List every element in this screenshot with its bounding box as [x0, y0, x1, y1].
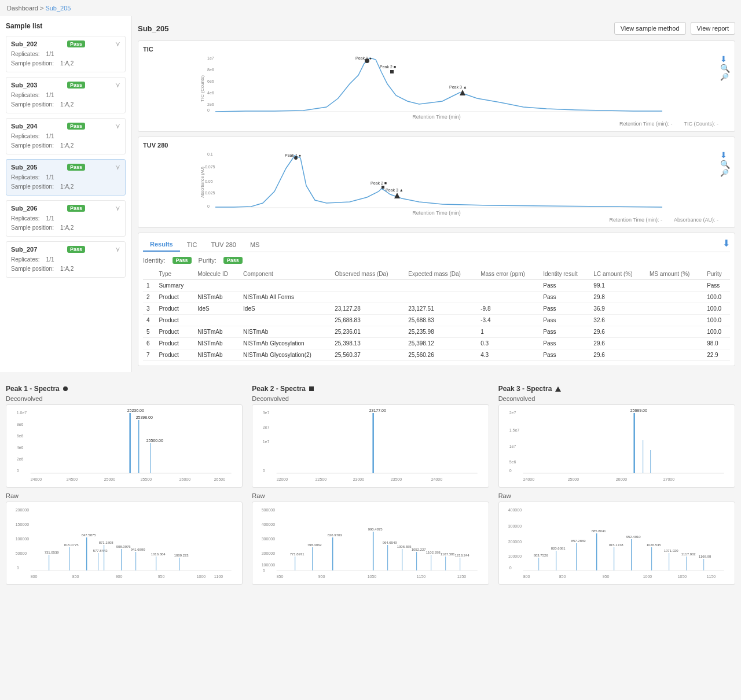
- tab-results[interactable]: Results: [143, 238, 180, 252]
- row-molecule: IdeS: [194, 303, 240, 315]
- row-type: Summary: [155, 280, 194, 292]
- svg-text:25689.00: 25689.00: [630, 408, 647, 412]
- row-error: [477, 280, 540, 292]
- zoom-out-icon[interactable]: 🔎: [720, 170, 730, 176]
- tab-tic[interactable]: TIC: [180, 238, 204, 252]
- svg-text:798.4962: 798.4962: [307, 543, 322, 547]
- view-report-button[interactable]: View report: [691, 22, 735, 35]
- svg-text:850: 850: [277, 574, 284, 579]
- svg-text:200000: 200000: [16, 508, 29, 512]
- svg-marker-35: [394, 193, 400, 198]
- svg-text:1150: 1150: [706, 574, 716, 579]
- status-badge: Pass: [67, 82, 85, 89]
- row-lc: 32.6: [590, 315, 646, 326]
- svg-text:1016.864: 1016.864: [151, 552, 166, 556]
- row-molecule: NISTmAb: [194, 349, 240, 361]
- svg-text:2e6: 2e6: [17, 457, 24, 461]
- svg-text:0.025: 0.025: [205, 191, 215, 195]
- svg-text:850: 850: [559, 574, 566, 579]
- svg-text:908.0976: 908.0976: [116, 545, 131, 548]
- svg-text:25000: 25000: [567, 477, 579, 481]
- tabs-row: Results TIC TUV 280 MS ⬇: [143, 238, 730, 252]
- svg-text:900: 900: [116, 574, 123, 579]
- tic-chart-section: TIC ⬇ 🔍 🔎 TIC (Counts) 1e7 8e6 6e6 4e6 2…: [138, 40, 735, 132]
- svg-text:950: 950: [158, 574, 165, 579]
- svg-text:1250: 1250: [457, 574, 467, 579]
- download-icon[interactable]: ⬇: [720, 55, 730, 63]
- row-molecule: [194, 280, 240, 292]
- svg-text:871.1808: 871.1808: [99, 541, 114, 544]
- sidebar-item-sub205[interactable]: Sub_205 Pass ⋎ Replicates: 1/1 Sample po…: [6, 159, 126, 196]
- svg-text:27000: 27000: [663, 477, 674, 481]
- svg-text:24000: 24000: [31, 477, 42, 481]
- row-component: NISTmAb: [240, 326, 331, 338]
- svg-text:500000: 500000: [262, 508, 275, 512]
- sample-meta: Replicates: 1/1 Sample position: 1:A,2: [11, 50, 120, 68]
- status-badge: Pass: [67, 40, 85, 47]
- sample-meta: Replicates: 1/1 Sample position: 1:A,2: [11, 173, 120, 191]
- zoom-in-icon[interactable]: 🔍: [720, 64, 730, 72]
- svg-text:Peak 2 ■: Peak 2 ■: [380, 65, 396, 69]
- row-ms: [646, 326, 703, 338]
- svg-text:950: 950: [318, 574, 325, 579]
- svg-text:964.6549: 964.6549: [383, 541, 398, 544]
- col-expected: Expected mass (Da): [405, 268, 477, 280]
- expand-icon[interactable]: ⋎: [115, 40, 120, 48]
- sidebar-item-sub203[interactable]: Sub_203 Pass ⋎ Replicates: 1/1 Sample po…: [6, 77, 126, 113]
- svg-text:26000: 26000: [179, 477, 191, 481]
- row-purity: 98.0: [703, 338, 730, 349]
- sample-name: Sub_207: [11, 246, 37, 253]
- tab-ms[interactable]: MS: [243, 238, 267, 252]
- expand-icon[interactable]: ⋎: [115, 122, 120, 130]
- svg-text:0.05: 0.05: [205, 179, 213, 183]
- row-observed: 25,236.01: [331, 326, 405, 338]
- col-ms: MS amount (%): [646, 268, 703, 280]
- row-type: Product: [155, 338, 194, 349]
- row-lc: 36.9: [590, 303, 646, 315]
- svg-text:885.8041: 885.8041: [591, 529, 606, 533]
- svg-text:25500: 25500: [141, 477, 152, 481]
- zoom-out-icon[interactable]: 🔎: [720, 73, 730, 80]
- zoom-in-icon[interactable]: 🔍: [720, 160, 730, 168]
- row-observed: [331, 292, 405, 303]
- peak2-deconv-label: Deconvolved: [252, 395, 489, 402]
- svg-text:200000: 200000: [262, 551, 275, 555]
- expand-icon[interactable]: ⋎: [115, 245, 120, 253]
- svg-text:2e7: 2e7: [509, 411, 516, 415]
- sidebar-item-sub202[interactable]: Sub_202 Pass ⋎ Replicates: 1/1 Sample po…: [6, 36, 126, 72]
- row-ms: [646, 338, 703, 349]
- svg-text:26500: 26500: [214, 477, 226, 481]
- expand-icon[interactable]: ⋎: [115, 204, 120, 212]
- sidebar-item-sub207[interactable]: Sub_207 Pass ⋎ Replicates: 1/1 Sample po…: [6, 241, 126, 278]
- row-num: 1: [143, 280, 155, 292]
- col-error: Mass error (ppm): [477, 268, 540, 280]
- sample-meta: Replicates: 1/1 Sample position: 1:A,2: [11, 255, 120, 274]
- breadcrumb-dashboard[interactable]: Dashboard: [7, 5, 38, 12]
- svg-text:25560.00: 25560.00: [146, 439, 163, 443]
- tab-download-icon[interactable]: ⬇: [722, 238, 730, 252]
- sidebar-item-sub206[interactable]: Sub_206 Pass ⋎ Replicates: 1/1 Sample po…: [6, 200, 126, 237]
- download-icon[interactable]: ⬇: [720, 151, 730, 159]
- spectra-row: Peak 1 - Spectra Deconvolved 1.0e7 8e6 6…: [6, 385, 735, 590]
- breadcrumb-current[interactable]: Sub_205: [45, 5, 71, 12]
- tab-tuv[interactable]: TUV 280: [204, 238, 243, 252]
- row-identity: Pass: [540, 338, 590, 349]
- row-purity: 100.0: [703, 326, 730, 338]
- svg-text:200000: 200000: [508, 540, 521, 544]
- svg-text:1e7: 1e7: [207, 56, 214, 60]
- status-badge: Pass: [67, 164, 85, 171]
- svg-text:0: 0: [17, 469, 19, 473]
- svg-text:0: 0: [263, 469, 265, 473]
- peak2-raw-chart: 500000 400000 300000 200000 100000 0 771…: [252, 502, 489, 585]
- svg-text:6e6: 6e6: [17, 434, 24, 438]
- row-identity: Pass: [540, 292, 590, 303]
- expand-icon[interactable]: ⋎: [115, 163, 120, 171]
- tic-label: TIC: [143, 46, 730, 53]
- peak2-raw-label: Raw: [252, 492, 489, 499]
- tuv-label: TUV 280: [143, 142, 730, 149]
- expand-icon[interactable]: ⋎: [115, 81, 120, 89]
- col-purity: Purity: [703, 268, 730, 280]
- row-num: 7: [143, 349, 155, 361]
- view-sample-method-button[interactable]: View sample method: [614, 22, 686, 35]
- sidebar-item-sub204[interactable]: Sub_204 Pass ⋎ Replicates: 1/1 Sample po…: [6, 118, 126, 154]
